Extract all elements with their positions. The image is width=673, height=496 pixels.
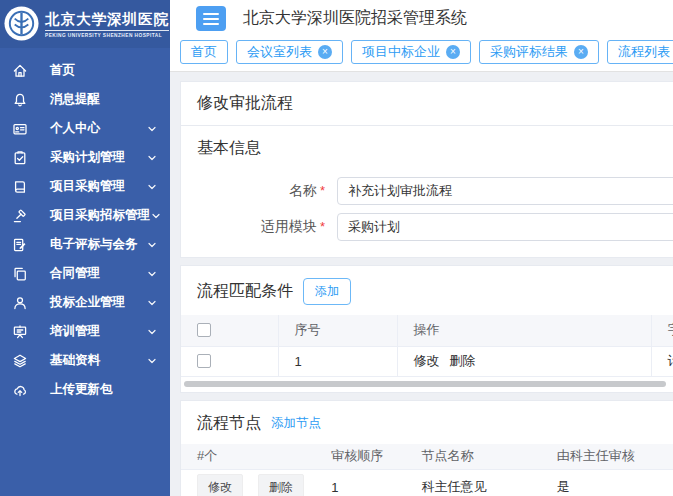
horizontal-scrollbar[interactable] [184,381,666,387]
delete-button[interactable]: 删除 [258,474,304,496]
column-header-op: 操作 [397,315,651,346]
form-row: 名称 [181,177,673,205]
hospital-name: 北京大学深圳医院 [45,10,169,29]
sidebar-item-label: 个人中心 [50,120,146,137]
tab[interactable]: 会议室列表 × [236,40,343,64]
node-name-cell: 科主任意见 [405,470,540,496]
process-nodes-table: #个 审核顺序 节点名称 由科主任审核 修改 删除 1 [181,444,673,496]
hospital-logo-icon [3,5,40,42]
hospital-logo: 北京大学深圳医院 PEKING UNIVERSITY SHENZHEN HOSP… [0,0,170,48]
column-header-depthead: 由科主任审核 [541,444,673,470]
match-conditions-card: 流程匹配条件 添加 序号 操作 字 1 [180,265,673,393]
match-conditions-table: 序号 操作 字 1 修改 删除 计 [181,315,673,377]
dept-head-cell: 是 [541,470,673,496]
close-icon[interactable]: × [446,45,460,59]
book-icon [12,179,28,195]
clipboard-check-icon [12,150,28,166]
sidebar-item-label: 电子评标与会务 [50,236,146,253]
sidebar-item-label: 首页 [50,62,158,79]
sidebar-item[interactable]: 投标企业管理 [0,288,170,317]
sidebar-menu: 首页 消息提醒 个人中心 采购计划管理 [0,48,170,404]
field-label: 适用模块 [181,218,325,236]
chevron-down-icon [146,123,158,135]
sidebar-item[interactable]: 个人中心 [0,114,170,143]
cloud-upload-icon [12,382,28,398]
sidebar-item-label: 采购计划管理 [50,149,146,166]
field-input[interactable] [337,177,673,205]
row-checkbox[interactable] [197,354,211,368]
sidebar-item[interactable]: 采购计划管理 [0,143,170,172]
partial-cell: 计 [651,346,673,376]
sidebar-item-label: 项目采购管理 [50,178,146,195]
tab-label: 会议室列表 [247,43,312,61]
process-nodes-heading: 流程节点 [197,413,261,434]
menu-toggle-button[interactable] [196,6,226,31]
tab-bar: 首页 会议室列表 × 项目中标企业 × 采购评标结果 × 流程列表 × [170,37,673,72]
form-row: 适用模块 [181,213,673,241]
chevron-down-icon [146,239,158,251]
id-card-icon [12,121,28,137]
home-icon [12,63,28,79]
edit-button[interactable]: 修改 [197,474,243,496]
sidebar-item[interactable]: 项目采购招标管理 [0,201,170,230]
basic-info-form: 名称 适用模块 [181,167,673,257]
edit-link[interactable]: 修改 [414,353,440,368]
column-header-actions: #个 [181,444,315,470]
sidebar-item-label: 合同管理 [50,265,146,282]
order-cell: 1 [315,470,405,496]
sidebar-item-label: 培训管理 [50,323,146,340]
chevron-down-icon [146,181,158,193]
column-header-name: 节点名称 [405,444,540,470]
select-all-checkbox[interactable] [197,323,211,337]
chevron-down-icon [150,210,162,222]
chevron-down-icon [146,326,158,338]
sidebar: 北京大学深圳医院 PEKING UNIVERSITY SHENZHEN HOSP… [0,0,170,496]
tab-label: 首页 [191,43,217,61]
app-title: 北京大学深圳医院招采管理系统 [243,8,467,29]
sidebar-item[interactable]: 基础资料 [0,346,170,375]
sidebar-item-label: 上传更新包 [50,381,158,398]
sidebar-item[interactable]: 首页 [0,56,170,85]
basic-info-card: 修改审批流程 基本信息 名称 适用模块 [180,81,673,258]
bell-icon [12,92,28,108]
delete-link[interactable]: 删除 [449,353,475,368]
sidebar-item-label: 基础资料 [50,352,146,369]
sidebar-item[interactable]: 电子评标与会务 [0,230,170,259]
user-icon [12,295,28,311]
chevron-down-icon [146,297,158,309]
gavel-icon [12,208,28,224]
sidebar-item[interactable]: 培训管理 [0,317,170,346]
process-nodes-card: 流程节点 添加节点 #个 审核顺序 节点名称 由科主任审核 [180,400,673,496]
column-header-seq: 序号 [278,315,397,346]
close-icon[interactable]: × [318,45,332,59]
tab-label: 采购评标结果 [490,43,568,61]
tab[interactable]: 采购评标结果 × [479,40,599,64]
copy-icon [12,266,28,282]
chevron-down-icon [146,268,158,280]
sidebar-item[interactable]: 消息提醒 [0,85,170,114]
column-header-partial: 字 [651,315,673,346]
seq-cell: 1 [278,346,397,376]
hospital-name-en: PEKING UNIVERSITY SHENZHEN HOSPITAL [45,30,169,38]
field-label: 名称 [181,182,325,200]
layers-icon [12,353,28,369]
sidebar-item[interactable]: 合同管理 [0,259,170,288]
tab-label: 流程列表 [618,43,670,61]
column-header-order: 审核顺序 [315,444,405,470]
tab[interactable]: 首页 [180,40,228,64]
sidebar-item[interactable]: 项目采购管理 [0,172,170,201]
presentation-icon [12,324,28,340]
content-area: 修改审批流程 基本信息 名称 适用模块 流程匹配条件 [170,72,673,496]
tab-label: 项目中标企业 [362,43,440,61]
basic-info-heading: 基本信息 [181,126,673,167]
match-conditions-heading: 流程匹配条件 [197,281,293,302]
add-condition-button[interactable]: 添加 [303,278,351,305]
tab[interactable]: 流程列表 × [607,40,673,64]
add-node-link[interactable]: 添加节点 [271,415,321,432]
page-title: 修改审批流程 [181,82,673,126]
field-input[interactable] [337,213,673,241]
chevron-down-icon [146,355,158,367]
close-icon[interactable]: × [574,45,588,59]
tab[interactable]: 项目中标企业 × [351,40,471,64]
sidebar-item[interactable]: 上传更新包 [0,375,170,404]
